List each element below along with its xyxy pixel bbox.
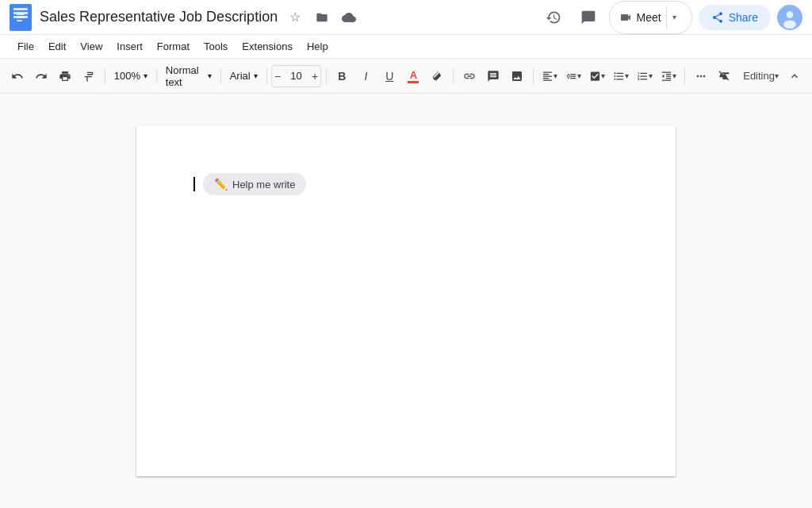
menu-bar: File Edit View Insert Format Tools Exten… [0,35,812,59]
zoom-value: 100% [114,70,140,82]
menu-tools[interactable]: Tools [197,37,234,56]
svg-point-5 [787,11,794,18]
toolbar-divider-6 [453,68,454,84]
increase-font-button[interactable]: + [310,65,320,87]
svg-rect-1 [17,13,25,15]
decrease-font-button[interactable]: − [272,65,282,87]
star-button[interactable]: ☆ [284,6,306,29]
font-value: Arial [230,70,251,82]
italic-button[interactable]: I [354,65,377,87]
menu-insert[interactable]: Insert [110,37,149,56]
title-icon-group: ☆ [284,6,360,29]
align-button[interactable]: ▾ [538,65,561,87]
redo-button[interactable] [30,65,52,87]
insert-comment-button[interactable] [482,65,504,87]
pencil-icon: ✏️ [214,178,228,190]
insert-link-button[interactable] [458,65,481,87]
toolbar-divider-5 [326,68,327,84]
menu-help[interactable]: Help [301,37,335,56]
menu-format[interactable]: Format [151,37,196,56]
help-me-write-label: Help me write [232,179,295,190]
zoom-selector[interactable]: 100% ▾ [110,65,151,87]
menu-view[interactable]: View [74,37,109,56]
menu-file[interactable]: File [11,37,40,56]
bold-button[interactable]: B [331,65,353,87]
underline-button[interactable]: U [378,65,400,87]
clear-formatting-button[interactable] [714,65,736,87]
menu-extensions[interactable]: Extensions [236,37,299,56]
style-selector[interactable]: Normal text ▾ [162,65,216,87]
menu-edit[interactable]: Edit [42,37,72,56]
toolbar-right [783,65,806,87]
title-right-group: Meet ▾ Share [539,1,802,34]
document-history-button[interactable] [539,3,568,32]
meet-label: Meet [637,11,661,24]
help-me-write-button[interactable]: ✏️ Help me write [203,173,306,195]
checklist-button[interactable]: ▾ [586,65,608,87]
toolbar-divider-1 [105,68,105,84]
text-cursor [193,177,195,191]
toolbar: 100% ▾ Normal text ▾ Arial ▾ − + B I U A [0,59,812,94]
share-label: Share [729,11,758,24]
highlight-color-button[interactable] [426,65,448,87]
numbered-list-button[interactable]: ▾ [634,65,656,87]
paint-format-button[interactable] [78,65,100,87]
cursor-line-container: ✏️ Help me write [193,173,619,195]
zoom-dropdown-icon: ▾ [144,71,147,80]
toolbar-divider-7 [533,68,534,84]
indent-button[interactable]: ▾ [657,65,680,87]
editing-mode-label: Editing [743,70,775,82]
font-selector[interactable]: Arial ▾ [226,65,262,87]
print-button[interactable] [54,65,76,87]
meet-button[interactable]: Meet ▾ [609,1,692,34]
editing-mode-button[interactable]: Editing ▾ [737,65,782,87]
cloud-save-button[interactable] [338,6,360,29]
share-button[interactable]: Share [699,5,771,30]
collapse-toolbar-button[interactable] [783,65,806,87]
font-size-input[interactable] [283,66,310,87]
font-dropdown-icon: ▾ [254,71,258,80]
toolbar-divider-3 [220,68,221,84]
title-bar: Sales Representative Job Description ☆ M… [0,0,812,35]
user-avatar[interactable] [777,5,802,30]
svg-point-6 [783,20,796,29]
font-size-control: − + [271,65,320,87]
text-color-button[interactable]: A [402,65,424,87]
style-value: Normal text [166,64,205,88]
document-title[interactable]: Sales Representative Job Description [40,9,278,25]
line-spacing-button[interactable]: ▾ [562,65,584,87]
document-page[interactable]: ✏️ Help me write [136,125,676,476]
toolbar-divider-2 [156,68,157,84]
comments-button[interactable] [574,3,603,32]
toolbar-divider-8 [684,68,685,84]
move-to-folder-button[interactable] [311,6,333,29]
svg-rect-3 [17,20,22,21]
more-options-button[interactable] [690,65,712,87]
toolbar-divider-4 [266,68,267,84]
doc-icon [10,4,32,31]
svg-rect-2 [17,17,25,18]
undo-button[interactable] [6,65,29,87]
meet-dropdown-icon[interactable]: ▾ [666,6,682,29]
bulleted-list-button[interactable]: ▾ [610,65,632,87]
style-dropdown-icon: ▾ [208,71,212,80]
insert-image-button[interactable] [506,65,528,87]
document-area[interactable]: ✏️ Help me write [0,94,812,508]
